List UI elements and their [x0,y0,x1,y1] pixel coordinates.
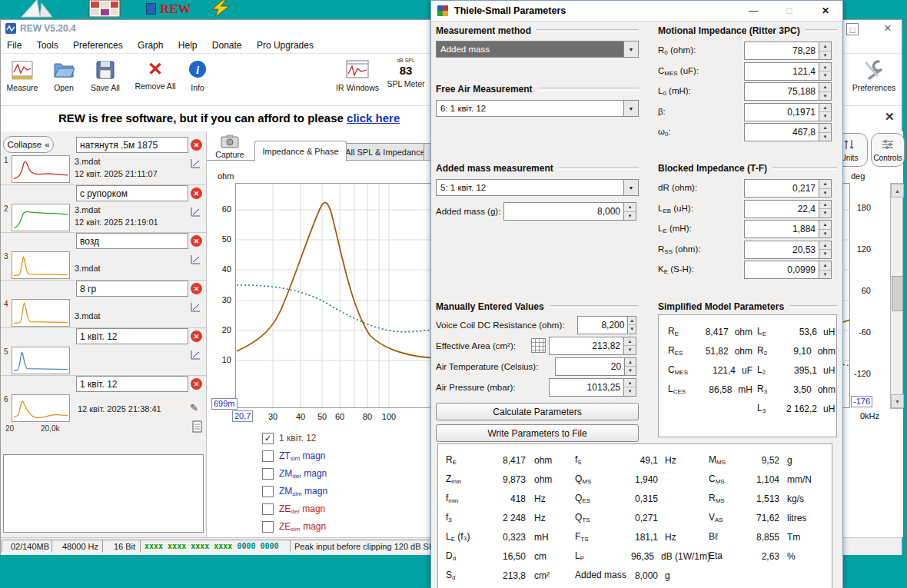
desktop-sail-icon[interactable] [14,0,57,18]
info-button[interactable]: i Info [184,58,211,92]
capture-button[interactable]: Capture [213,135,247,159]
measurement-thumbnail[interactable] [12,394,70,422]
measurement-thumbnail[interactable] [12,347,70,374]
parameter-input[interactable]: 121,4 [744,62,819,81]
window-maximize-button[interactable]: □ [846,23,859,35]
legend-item[interactable]: ✓ ZTsim magn [262,447,424,465]
dialog-close-button[interactable]: ✕ [812,1,839,21]
measurement-thumbnail[interactable] [12,204,70,231]
window-close-button[interactable]: ✕ [882,22,894,35]
dialog-maximize-button[interactable]: □ [776,1,803,21]
parameter-input[interactable]: 0,0999 [744,261,819,279]
remove-all-button[interactable]: ✕ Remove All [130,58,181,91]
field-spinner[interactable]: ▲▼ [628,316,636,334]
parameter-input[interactable]: 467,8 [744,123,819,141]
field-spinner[interactable]: ▲▼ [624,337,636,355]
menu-item[interactable]: Help [178,37,198,54]
delete-measurement-button[interactable]: ✕ [191,331,202,342]
measurement-thumbnail[interactable] [12,155,70,183]
document-icon[interactable] [192,420,202,433]
legend-checkbox[interactable]: ✓ [262,503,274,515]
delete-measurement-button[interactable]: ✕ [191,283,202,294]
desktop-lightning-icon[interactable] [209,0,232,17]
field-spinner[interactable]: ▲▼ [624,378,636,397]
dialog-titlebar[interactable]: Thiele-Small Parameters — □ ✕ [431,1,842,22]
field-spinner[interactable]: ▲▼ [819,241,832,259]
open-button[interactable]: Open [45,58,82,92]
measurement-thumbnail[interactable] [12,299,70,327]
menu-item[interactable]: Pro Upgrades [257,37,314,54]
banner-close-icon[interactable]: ✕ [885,110,895,124]
thumbnail-graph-icon[interactable] [190,349,201,360]
menu-item[interactable]: File [7,37,22,54]
field-spinner[interactable]: ▲▼ [819,179,832,198]
spl-meter-button[interactable]: dB SPL 83 SPL Meter [385,57,427,88]
legend-item[interactable]: ✓ ZEsim magn [262,518,424,536]
measurement-name-input[interactable]: 1 квіт. 12 [76,376,188,392]
collapse-button[interactable]: Collapse « [3,136,54,153]
delete-measurement-button[interactable]: ✕ [191,188,202,199]
parameter-input[interactable]: 0,1971 [744,103,819,121]
controls-button[interactable]: Controls [871,133,905,167]
legend-checkbox[interactable]: ✓ [262,468,274,480]
menu-item[interactable]: Tools [37,37,58,54]
scroll-down-button[interactable]: ▼ [891,394,904,408]
delete-measurement-button[interactable]: ✕ [191,139,202,151]
write-parameters-button[interactable]: Write Parameters to File [436,424,639,442]
field-spinner[interactable]: ▲▼ [819,261,832,279]
thumbnail-graph-icon[interactable] [190,206,201,218]
combo-arrow-icon[interactable]: ▼ [623,180,638,195]
tab-all-spl-impedance[interactable]: All SPL & Impedance [337,143,433,161]
calculate-parameters-button[interactable]: Calculate Parameters [436,403,639,420]
measurement-name-input[interactable]: возд [76,233,188,249]
scroll-up-button[interactable]: ▲ [891,184,904,198]
desktop-mosaic-icon[interactable] [86,0,123,17]
menu-item[interactable]: Donate [212,37,242,54]
legend-checkbox[interactable]: ✓ [262,521,274,533]
measurement-name-input[interactable]: 8 гр [76,281,188,297]
graph-scrollbar[interactable]: ▲ ▼ [890,183,903,409]
parameter-input[interactable]: 22,4 [744,200,819,218]
measurement-thumbnail[interactable] [12,251,70,279]
desktop-rew-icon[interactable]: REW [146,2,192,18]
measurement-name-input[interactable]: с рупорком [76,185,188,201]
added-mass-spinner[interactable]: ▲▼ [624,202,636,221]
notes-box[interactable] [3,454,204,533]
parameter-input[interactable]: 78,28 [744,42,819,60]
manual-field-input[interactable]: 213,82 [549,337,624,355]
manual-field-input[interactable]: 20 [555,357,625,376]
legend-item[interactable]: ✓ ZMsim magn [262,483,424,500]
field-spinner[interactable]: ▲▼ [819,82,832,101]
legend-item[interactable]: ✓ ZMder magn [262,465,424,483]
field-spinner[interactable]: ▲▼ [819,42,832,60]
added-mass-input[interactable]: 8,000 [503,202,624,221]
measurement-name-input[interactable]: натянутя .5м 1875 [76,137,188,153]
delete-measurement-button[interactable]: ✕ [191,378,202,390]
parameter-input[interactable]: 0,217 [744,179,819,198]
legend-checkbox[interactable]: ✓ [262,486,274,497]
legend-item[interactable]: ✓ ZEder magn [262,500,424,518]
dialog-minimize-button[interactable]: — [739,1,767,21]
preferences-button[interactable]: Preferences [851,58,897,92]
tab-impedance-phase[interactable]: Impedance & Phase [254,141,347,161]
parameter-input[interactable]: 75,188 [744,82,819,101]
thumbnail-graph-icon[interactable] [190,158,201,169]
menu-item[interactable]: Graph [138,37,163,54]
added-mass-combo[interactable]: 5: 1 квіт. 12 ▼ [436,179,639,196]
measurement-name-input[interactable]: 1 квіт. 12 [76,328,188,344]
manual-field-input[interactable]: 8,200 [577,316,628,334]
menu-item[interactable]: Preferences [73,37,123,54]
thumbnail-graph-icon[interactable] [190,254,201,265]
field-spinner[interactable]: ▲▼ [819,220,832,238]
measure-button[interactable]: Measure [2,58,42,92]
legend-checkbox[interactable]: ✓ [262,433,274,444]
field-spinner[interactable]: ▲▼ [625,357,636,376]
combo-arrow-icon[interactable]: ▼ [623,42,638,57]
manual-field-input[interactable]: 1013,25 [549,378,624,397]
measurement-method-combo[interactable]: Added mass ▼ [436,41,639,58]
field-spinner[interactable]: ▲▼ [819,103,832,121]
banner-donate-link[interactable]: click here [347,111,400,125]
delete-measurement-button[interactable]: ✕ [191,235,202,247]
legend-checkbox[interactable]: ✓ [262,450,274,462]
scrollbar-thumb[interactable] [892,276,903,311]
